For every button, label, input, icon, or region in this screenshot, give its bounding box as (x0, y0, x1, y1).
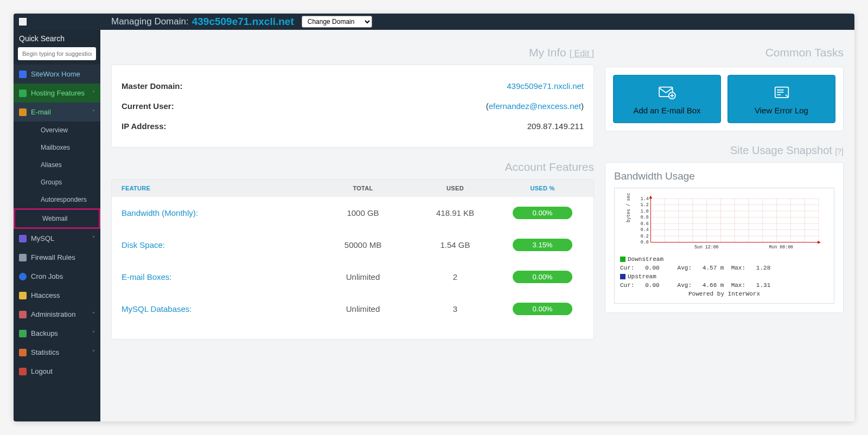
chevron-down-icon: ˅ (92, 330, 95, 336)
sidebar-item-stats[interactable]: Statistics ˅ (14, 343, 100, 362)
feature-used: 1.54 GB (409, 240, 501, 250)
col-used: USED (409, 185, 501, 191)
log-icon (772, 85, 792, 100)
table-row: MySQL Databases: Unlimited 3 0.00% (112, 293, 593, 325)
feature-pct-pill: 0.00% (513, 271, 572, 283)
sidebar-item-label: Statistics (31, 348, 59, 356)
legend-upstream-stats: Cur: 0.00 Avg: 4.66 m Max: 1.31 (620, 282, 828, 290)
chevron-up-icon: ˄ (92, 109, 95, 115)
backup-icon (19, 330, 27, 337)
sidebar-item-email[interactable]: E-mail ˄ (14, 103, 100, 121)
feature-used: 418.91 KB (409, 208, 501, 218)
bandwidth-title: Bandwidth Usage (614, 170, 834, 182)
add-email-label: Add an E-mail Box (618, 106, 716, 115)
tasks-panel: Add an E-mail Box View Error Log (605, 67, 844, 131)
sidebar-item-hosting[interactable]: Hosting Features ˄ (14, 84, 100, 103)
svg-text:0.0: 0.0 (641, 240, 649, 245)
features-panel: FEATURE TOTAL USED USED % Bandwidth (Mon… (111, 179, 594, 340)
error-log-button[interactable]: View Error Log (727, 75, 835, 123)
svg-text:Sun 12:00: Sun 12:00 (694, 245, 719, 250)
mail-plus-icon (658, 85, 677, 100)
sidebar-item-htaccess[interactable]: Htaccess (14, 286, 100, 305)
col-total: TOTAL (317, 185, 409, 191)
svg-text:0.8: 0.8 (641, 215, 649, 220)
clock-icon (19, 273, 27, 280)
sidebar-item-home[interactable]: SiteWorx Home (14, 65, 100, 84)
sidebar-item-label: Firewall Rules (31, 253, 75, 261)
master-domain-label: Master Domain: (122, 81, 183, 91)
snapshot-help-link[interactable]: [?] (835, 147, 844, 156)
feature-pct-pill: 0.00% (513, 207, 572, 219)
chevron-down-icon: ˅ (92, 311, 95, 317)
logout-icon (19, 368, 27, 375)
myinfo-title: My Info [ Edit ] (111, 46, 594, 59)
svg-text:1.4: 1.4 (641, 196, 649, 201)
feature-pct-pill: 3.15% (513, 239, 572, 251)
legend-upstream-swatch (620, 274, 626, 279)
feature-link[interactable]: MySQL Databases: (122, 304, 192, 314)
legend-downstream-name: Downstream (628, 256, 663, 263)
sidebar-sub-mailboxes[interactable]: Mailboxes (14, 139, 100, 156)
quick-search-input[interactable] (18, 47, 96, 60)
sidebar-sub-aliases[interactable]: Aliases (14, 156, 100, 174)
feature-total: 50000 MB (317, 240, 409, 250)
current-user-label: Current User: (122, 101, 174, 111)
svg-text:Mon 00:00: Mon 00:00 (769, 245, 794, 250)
sidebar-sub-autoresponders[interactable]: Autoresponders (14, 191, 100, 208)
feature-link[interactable]: E-mail Boxes: (122, 272, 172, 282)
quick-search-label: Quick Search (14, 30, 100, 47)
add-email-button[interactable]: Add an E-mail Box (613, 75, 721, 123)
master-domain-link[interactable]: 439c509e71.nxcli.net (507, 81, 584, 91)
database-icon (19, 235, 27, 242)
snapshot-title: Site Usage Snapshot [?] (605, 144, 844, 157)
sidebar: Quick Search SiteWorx Home Hosting Featu… (14, 30, 100, 421)
sidebar-item-admin[interactable]: Administration ˅ (14, 305, 100, 324)
sidebar-sub-overview[interactable]: Overview (14, 121, 100, 139)
logo (19, 18, 100, 25)
feature-link[interactable]: Bandwidth (Monthly): (122, 208, 198, 218)
home-icon (19, 71, 27, 78)
chart-icon (19, 349, 27, 356)
myinfo-edit-link[interactable]: [ Edit ] (570, 49, 594, 58)
feature-total: 1000 GB (317, 208, 409, 218)
mail-icon (19, 108, 27, 116)
managing-domain: 439c509e71.nxcli.net (192, 16, 294, 28)
sidebar-item-cron[interactable]: Cron Jobs (14, 267, 100, 286)
feature-total: Unlimited (317, 272, 409, 282)
table-row: Disk Space: 50000 MB 1.54 GB 3.15% (112, 229, 593, 261)
svg-text:0.6: 0.6 (641, 221, 649, 226)
bandwidth-chart: bytes / sec 0.00.20.40.60.81.01.21.4 Sun… (614, 188, 834, 304)
chevron-down-icon: ˅ (92, 349, 95, 355)
sidebar-sub-webmail[interactable]: Webmail (14, 208, 100, 229)
sidebar-item-label: Logout (31, 367, 53, 375)
sidebar-item-label: Hosting Features (31, 89, 85, 97)
sidebar-sub-groups[interactable]: Groups (14, 174, 100, 191)
sidebar-item-firewall[interactable]: Firewall Rules (14, 248, 100, 267)
sidebar-item-logout[interactable]: Logout (14, 362, 100, 381)
tools-icon (19, 311, 27, 318)
sidebar-item-mysql[interactable]: MySQL ˅ (14, 229, 100, 248)
svg-text:0.2: 0.2 (641, 234, 649, 239)
svg-marker-35 (649, 196, 653, 199)
legend-powered: Powered by InterWorx (620, 290, 828, 299)
logo-icon (19, 18, 27, 25)
feature-link[interactable]: Disk Space: (122, 240, 165, 250)
current-user-link[interactable]: efernandez@nexcess.net (489, 101, 581, 111)
myinfo-title-text: My Info (529, 46, 566, 59)
feature-pct-pill: 0.00% (513, 303, 572, 315)
svg-text:bytes / sec: bytes / sec (626, 193, 631, 222)
topbar: Managing Domain: 439c509e71.nxcli.net Ch… (14, 14, 854, 30)
features-title: Account Features (111, 161, 594, 174)
sidebar-item-backups[interactable]: Backups ˅ (14, 324, 100, 343)
legend-upstream-name: Upstream (628, 273, 656, 280)
error-log-label: View Error Log (732, 106, 831, 115)
svg-text:0.4: 0.4 (641, 227, 649, 232)
feature-total: Unlimited (317, 304, 409, 314)
table-row: E-mail Boxes: Unlimited 2 0.00% (112, 261, 593, 293)
ip-value: 209.87.149.211 (527, 121, 584, 131)
svg-text:1.2: 1.2 (641, 202, 649, 207)
sidebar-item-label: Administration (31, 310, 75, 318)
change-domain-select[interactable]: Change Domain (302, 16, 372, 28)
sidebar-item-label: Cron Jobs (31, 272, 63, 280)
bandwidth-panel: Bandwidth Usage bytes / sec 0.00.20.40.6… (605, 162, 844, 313)
